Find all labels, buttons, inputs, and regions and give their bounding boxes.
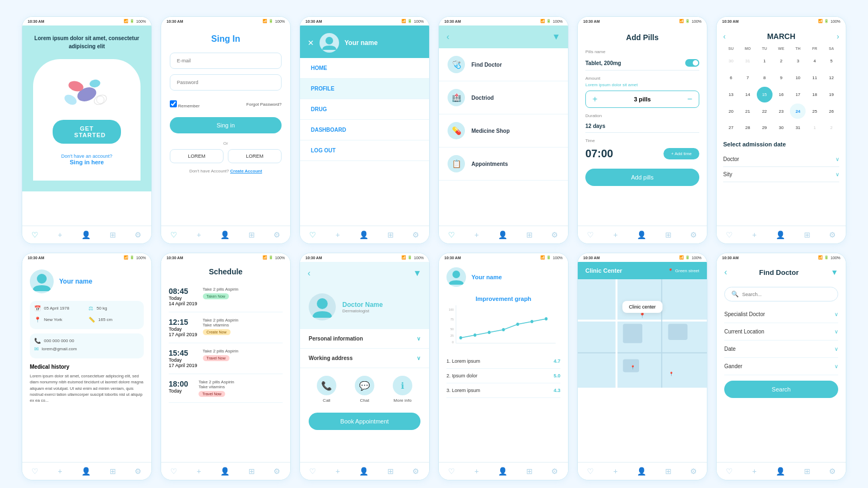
cal-day[interactable]: 27 (723, 120, 739, 136)
nav-settings-icon[interactable]: ⚙ (135, 230, 142, 239)
nav-profile-icon-5[interactable]: 👤 (637, 230, 646, 239)
service-find-doctor[interactable]: 🩺 Find Doctor (439, 48, 568, 81)
nav-settings-icon-10[interactable]: ⚙ (551, 467, 558, 476)
get-started-button[interactable]: GET STARTED (53, 120, 121, 144)
cal-day[interactable]: 28 (740, 120, 756, 136)
cal-day-today[interactable]: 15 (757, 87, 773, 102)
personal-info-row[interactable]: Personal information ∨ (300, 329, 429, 349)
specialist-doctor-filter[interactable]: Specialist Doctor ∨ (724, 306, 838, 323)
nav-home-icon-9[interactable]: ♡ (309, 467, 316, 476)
remember-label[interactable]: Remember (170, 100, 200, 108)
nav-add-icon-12[interactable]: + (752, 467, 756, 476)
nav-logout[interactable]: LOG OUT (300, 140, 429, 161)
nav-grid-icon-4[interactable]: ⊞ (526, 230, 533, 239)
back-icon-12[interactable]: ‹ (724, 267, 727, 277)
search-input[interactable] (742, 292, 831, 297)
nav-grid-icon-6[interactable]: ⊞ (804, 230, 810, 239)
nav-profile-icon[interactable]: 👤 (81, 230, 91, 239)
nav-profile-icon-12[interactable]: 👤 (776, 467, 785, 476)
cal-day[interactable]: 31 (790, 120, 806, 136)
service-doctriod[interactable]: 🏥 Doctriod (439, 81, 568, 114)
nav-grid-icon-11[interactable]: ⊞ (665, 467, 672, 476)
nav-settings-icon-5[interactable]: ⚙ (690, 230, 697, 239)
nav-profile-icon-3[interactable]: 👤 (359, 230, 368, 239)
password-input[interactable] (170, 74, 282, 91)
cal-day[interactable]: 13 (723, 87, 739, 102)
add-pills-button[interactable]: Add pills (585, 169, 699, 186)
cal-day[interactable]: 4 (807, 53, 822, 69)
nav-profile-icon-10[interactable]: 👤 (498, 467, 507, 476)
cal-day[interactable]: 26 (824, 104, 839, 119)
nav-home-icon-4[interactable]: ♡ (448, 230, 455, 239)
nav-home-icon-2[interactable]: ♡ (170, 230, 177, 239)
cal-day[interactable]: 25 (807, 104, 822, 119)
nav-home-icon-10[interactable]: ♡ (448, 467, 455, 476)
nav-home-icon-7[interactable]: ♡ (31, 467, 39, 476)
email-input[interactable] (170, 53, 282, 69)
nav-grid-icon-12[interactable]: ⊞ (804, 467, 810, 476)
nav-grid-icon[interactable]: ⊞ (110, 230, 116, 239)
nav-settings-icon-12[interactable]: ⚙ (829, 467, 836, 476)
nav-settings-icon-3[interactable]: ⚙ (412, 230, 419, 239)
back-icon-9[interactable]: ‹ (308, 268, 310, 278)
cal-day[interactable]: 6 (723, 70, 739, 86)
social-btn-2[interactable]: LOREM (228, 149, 282, 163)
cal-day[interactable]: 21 (740, 104, 756, 119)
nav-add-icon-7[interactable]: + (58, 467, 62, 476)
signin-button[interactable]: Sing in (170, 117, 282, 133)
service-medicine-shop[interactable]: 💊 Medicine Shop (439, 114, 568, 147)
social-btn-1[interactable]: LOREM (170, 149, 224, 163)
cal-day[interactable]: 8 (757, 70, 773, 86)
filter-icon-9[interactable]: ▼ (413, 268, 422, 278)
nav-settings-icon-4[interactable]: ⚙ (551, 230, 558, 239)
service-appointments[interactable]: 📋 Appointments (439, 147, 568, 181)
nav-settings-icon-6[interactable]: ⚙ (829, 230, 836, 239)
next-month-btn[interactable]: › (837, 32, 839, 41)
nav-home-icon-11[interactable]: ♡ (587, 467, 594, 476)
cal-day[interactable]: 31 (740, 53, 756, 69)
cal-day[interactable]: 2 (774, 53, 789, 69)
nav-profile-icon-8[interactable]: 👤 (220, 467, 229, 476)
nav-profile-icon-11[interactable]: 👤 (637, 467, 646, 476)
book-appointment-button[interactable]: Book Appointment (309, 413, 420, 430)
nav-add-icon-11[interactable]: + (613, 467, 617, 476)
cal-day[interactable]: 9 (774, 70, 789, 86)
nav-settings-icon-11[interactable]: ⚙ (690, 467, 697, 476)
cal-day[interactable]: 20 (723, 104, 739, 119)
nav-grid-icon-10[interactable]: ⊞ (526, 467, 533, 476)
city-dropdown[interactable]: Sity ∨ (723, 167, 839, 182)
gender-filter[interactable]: Gander ∨ (724, 358, 838, 375)
prev-month-btn[interactable]: ‹ (723, 32, 726, 41)
nav-add-icon-2[interactable]: + (196, 230, 201, 239)
nav-grid-icon-3[interactable]: ⊞ (387, 230, 394, 239)
cal-day[interactable]: 19 (824, 87, 839, 102)
nav-add-icon-6[interactable]: + (752, 230, 756, 239)
nav-add-icon-3[interactable]: + (335, 230, 340, 239)
doctor-dropdown[interactable]: Doctor ∨ (723, 152, 839, 167)
nav-add-icon-5[interactable]: + (613, 230, 617, 239)
nav-grid-icon-7[interactable]: ⊞ (110, 467, 116, 476)
cal-day[interactable]: 30 (774, 120, 789, 136)
cal-day[interactable]: 30 (723, 53, 739, 69)
cal-day[interactable]: 29 (757, 120, 773, 136)
cal-day[interactable]: 1 (807, 120, 822, 136)
current-location-filter[interactable]: Current Location ∨ (724, 323, 838, 341)
nav-profile-icon-9[interactable]: 👤 (359, 467, 368, 476)
nav-home-icon-5[interactable]: ♡ (587, 230, 594, 239)
call-btn[interactable]: 📞 Call (317, 376, 336, 403)
nav-profile[interactable]: PROFILE (300, 79, 429, 99)
nav-add-icon-9[interactable]: + (335, 467, 340, 476)
cal-day[interactable]: 14 (740, 87, 756, 102)
search-button[interactable]: Search (724, 381, 838, 398)
forgot-password-link[interactable]: Forgot Password? (246, 102, 282, 107)
cal-day[interactable]: 22 (757, 104, 773, 119)
nav-home-icon-3[interactable]: ♡ (309, 230, 316, 239)
nav-settings-icon-8[interactable]: ⚙ (273, 467, 280, 476)
nav-dashboard[interactable]: DASHBOARD (300, 120, 429, 140)
nav-drug[interactable]: DRUG (300, 99, 429, 120)
nav-settings-icon-9[interactable]: ⚙ (412, 467, 419, 476)
cal-day[interactable]: 17 (790, 87, 806, 102)
cal-day[interactable]: 7 (740, 70, 756, 86)
nav-home[interactable]: HOME (300, 58, 429, 79)
nav-home-icon[interactable]: ♡ (31, 230, 39, 239)
